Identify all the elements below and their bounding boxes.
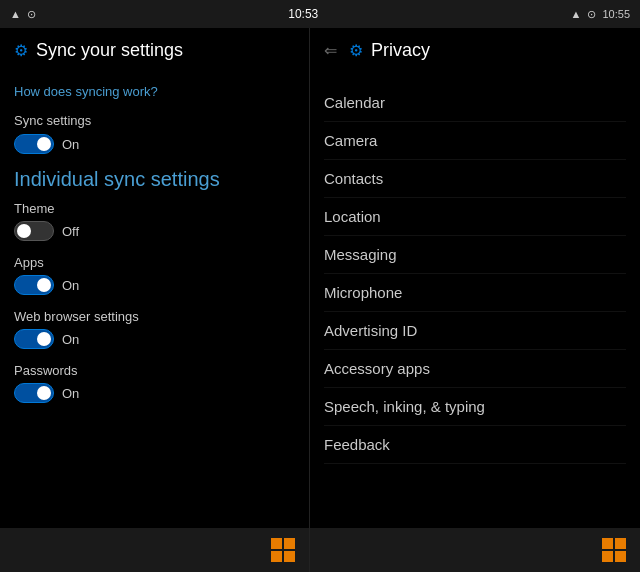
left-panel-header: ⚙ Sync your settings [0, 28, 310, 72]
left-panel-title: Sync your settings [36, 40, 183, 61]
web-browser-toggle[interactable] [14, 329, 54, 349]
apps-state: On [62, 278, 79, 293]
time-left: 10:53 [288, 7, 318, 21]
privacy-item-camera[interactable]: Camera [324, 122, 626, 160]
settings-icon-right: ⚙ [349, 41, 363, 60]
win-logo-quad-2 [284, 538, 295, 549]
passwords-label: Passwords [14, 363, 295, 378]
settings-icon-left: ⚙ [14, 41, 28, 60]
battery-right-time: 10:55 [602, 8, 630, 20]
privacy-item-microphone[interactable]: Microphone [324, 274, 626, 312]
theme-toggle-row: Off [14, 221, 295, 241]
theme-state: Off [62, 224, 79, 239]
bottom-right [310, 528, 640, 572]
signal-icon2: ▲ [571, 8, 582, 20]
privacy-item-accessory[interactable]: Accessory apps [324, 350, 626, 388]
win-logo-quad-7 [602, 551, 613, 562]
privacy-item-contacts[interactable]: Contacts [324, 160, 626, 198]
right-panel-header: ⇐ ⚙ Privacy [310, 28, 640, 72]
apps-label: Apps [14, 255, 295, 270]
back-arrow-icon[interactable]: ⇐ [324, 41, 337, 60]
passwords-toggle-row: On [14, 383, 295, 403]
main-content: How does syncing work? Sync settings On … [0, 72, 640, 528]
passwords-state: On [62, 386, 79, 401]
individual-sync-heading: Individual sync settings [14, 168, 295, 191]
status-left: ▲ ⊙ [10, 8, 36, 21]
wifi-icon2: ⊙ [587, 8, 596, 21]
win-logo-quad-1 [271, 538, 282, 549]
web-browser-state: On [62, 332, 79, 347]
web-browser-label: Web browser settings [14, 309, 295, 324]
win-logo-quad-4 [284, 551, 295, 562]
privacy-item-calendar[interactable]: Calendar [324, 84, 626, 122]
left-panel: How does syncing work? Sync settings On … [0, 72, 310, 528]
windows-logo-left[interactable] [271, 538, 295, 562]
how-syncing-works-link[interactable]: How does syncing work? [14, 84, 295, 99]
privacy-item-messaging[interactable]: Messaging [324, 236, 626, 274]
web-browser-toggle-row: On [14, 329, 295, 349]
sync-settings-toggle[interactable] [14, 134, 54, 154]
theme-label: Theme [14, 201, 295, 216]
apps-toggle[interactable] [14, 275, 54, 295]
privacy-item-speech[interactable]: Speech, inking, & typing [324, 388, 626, 426]
privacy-item-advertising[interactable]: Advertising ID [324, 312, 626, 350]
status-right: ▲ ⊙ 10:55 [571, 8, 630, 21]
apps-toggle-row: On [14, 275, 295, 295]
sync-settings-toggle-row: On [14, 134, 295, 154]
win-logo-quad-6 [615, 538, 626, 549]
win-logo-quad-8 [615, 551, 626, 562]
passwords-toggle[interactable] [14, 383, 54, 403]
right-panel: Calendar Camera Contacts Location Messag… [310, 72, 640, 528]
win-logo-quad-3 [271, 551, 282, 562]
privacy-item-feedback[interactable]: Feedback [324, 426, 626, 464]
windows-logo-right[interactable] [602, 538, 626, 562]
sync-settings-label: Sync settings [14, 113, 295, 128]
bottom-bar [0, 528, 640, 572]
bottom-left [0, 528, 310, 572]
signal-icon: ▲ [10, 8, 21, 20]
sync-settings-state: On [62, 137, 79, 152]
theme-toggle[interactable] [14, 221, 54, 241]
right-panel-title: Privacy [371, 40, 430, 61]
panels-header: ⚙ Sync your settings ⇐ ⚙ Privacy [0, 28, 640, 72]
wifi-icon: ⊙ [27, 8, 36, 21]
win-logo-quad-5 [602, 538, 613, 549]
status-bar: ▲ ⊙ 10:53 ▲ ⊙ 10:55 [0, 0, 640, 28]
privacy-item-location[interactable]: Location [324, 198, 626, 236]
